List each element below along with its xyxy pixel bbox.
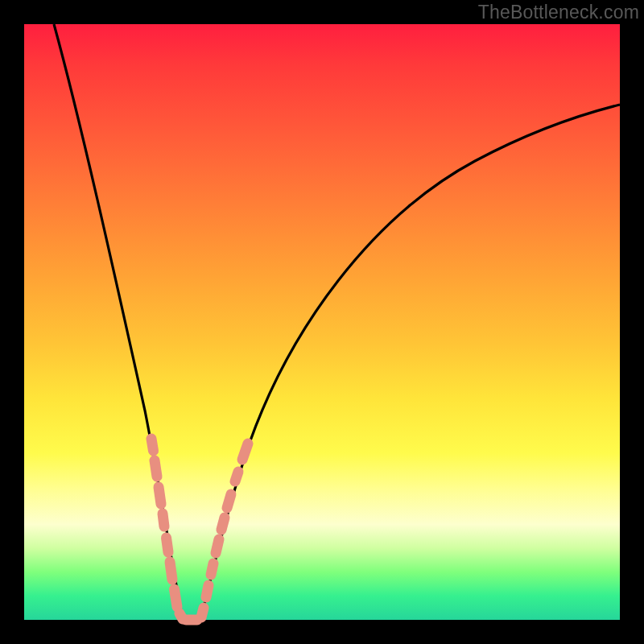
- svg-line-2: [159, 487, 161, 504]
- svg-line-15: [235, 472, 238, 481]
- svg-line-9: [201, 608, 204, 617]
- plot-area: [24, 24, 620, 620]
- curve-right-branch: [200, 105, 620, 620]
- svg-line-1: [155, 460, 157, 477]
- curve-layer: [24, 24, 620, 620]
- watermark-text: TheBottleneck.com: [478, 2, 639, 23]
- svg-line-14: [227, 494, 231, 508]
- svg-line-0: [151, 439, 154, 451]
- markers-left: [151, 439, 183, 619]
- svg-line-6: [175, 589, 178, 607]
- svg-line-5: [170, 562, 172, 580]
- svg-line-16: [242, 444, 248, 460]
- svg-line-10: [206, 585, 208, 597]
- svg-line-12: [216, 539, 219, 553]
- svg-line-11: [211, 564, 213, 575]
- svg-line-3: [163, 514, 164, 526]
- svg-line-4: [167, 538, 169, 552]
- markers-right: [201, 444, 248, 617]
- svg-line-13: [221, 518, 225, 530]
- chart-canvas: TheBottleneck.com: [0, 0, 644, 644]
